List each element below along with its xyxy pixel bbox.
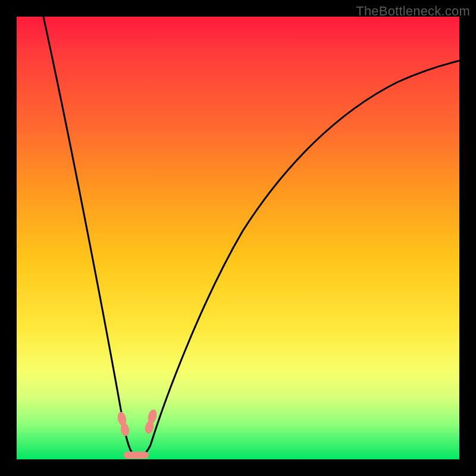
bottleneck-curve xyxy=(17,17,459,459)
curve-path xyxy=(43,17,459,457)
watermark-text: TheBottleneck.com xyxy=(356,4,470,19)
chart-plot-area xyxy=(17,17,459,459)
